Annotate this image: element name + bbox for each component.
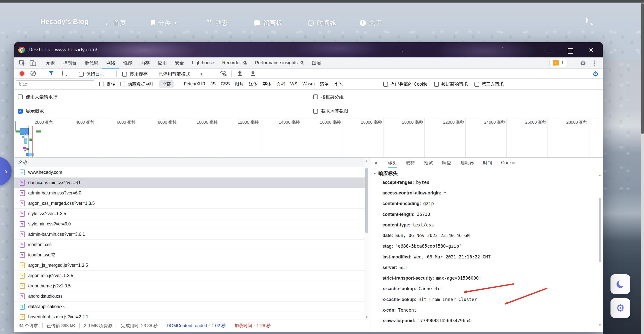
preserve-log-option[interactable]: 保留日志 (79, 71, 104, 77)
table-row-selected[interactable]: ✎dashicons.min.css?ver=6.0 (14, 178, 365, 188)
overview-drag-handle[interactable] (15, 121, 16, 131)
tab-memory[interactable]: 内存 (137, 57, 154, 69)
response-headers-section[interactable]: ▼ 响应标头 (373, 170, 398, 177)
table-row[interactable]: ✎admin-bar.min.css?ver=3.6.1 (14, 229, 365, 240)
request-list-scrollbar[interactable]: ▲ ▼ (365, 158, 369, 320)
filter-input[interactable] (16, 80, 94, 88)
nav-item-home[interactable]: ⌂ 首页 (106, 19, 126, 27)
tab-lighthouse[interactable]: Lighthouse (188, 57, 218, 69)
group-by-frame-option[interactable]: 按框架分组 (313, 94, 344, 100)
third-party-checkbox[interactable] (474, 82, 479, 87)
network-conditions-icon[interactable] (220, 71, 227, 77)
tab-initiator[interactable]: 启动器 (460, 158, 474, 168)
tab-performance[interactable]: 性能 (119, 57, 137, 69)
tab-payload[interactable]: 载荷 (406, 158, 415, 168)
hide-data-urls-checkbox[interactable] (120, 82, 125, 86)
devtools-settings-icon[interactable]: ⚙ (580, 59, 586, 67)
scroll-down-icon[interactable]: ▼ (598, 323, 602, 327)
record-network-log-button[interactable] (20, 71, 24, 76)
nav-item-guestbook[interactable]: 留言板 (254, 19, 282, 27)
issues-badge[interactable]: ! 1 (550, 59, 567, 67)
device-toolbar-icon[interactable] (29, 60, 37, 66)
filter-type-font[interactable]: 字体 (263, 81, 271, 87)
tab-sources[interactable]: 源代码 (81, 57, 102, 69)
kebab-menu-icon[interactable]: ⋮ (592, 59, 598, 66)
big-request-rows-checkbox[interactable] (18, 94, 23, 99)
nav-item-categories[interactable]: 分类 ▼ (151, 19, 177, 27)
filter-type-all[interactable]: 全部 (159, 80, 174, 88)
network-overview-timeline[interactable]: 2000 毫秒 4000 毫秒 6000 毫秒 8000 毫秒 10000 毫秒… (14, 118, 603, 158)
tab-recorder[interactable]: Recorder⚗ (218, 57, 251, 69)
dark-mode-button[interactable] (610, 274, 630, 294)
tab-elements[interactable]: 元素 (42, 57, 59, 69)
network-settings-gear-icon[interactable]: ⚙ (593, 70, 599, 78)
window-titlebar[interactable]: DevTools - www.hecady.com/ × (14, 42, 603, 57)
table-row[interactable]: ✎style.css?ver=1.3.5 (14, 209, 365, 219)
tab-response[interactable]: 响应 (442, 158, 451, 168)
tab-network[interactable]: 网络 (102, 57, 119, 69)
scrollbar-thumb[interactable] (365, 168, 368, 233)
filter-type-wasm[interactable]: Wasm (302, 81, 315, 87)
table-row[interactable]: ≡www.hecady.com (14, 167, 365, 178)
table-row[interactable]: •hoverintent-js.min.js?ver=2.2.1 (14, 312, 365, 320)
filter-type-ws[interactable]: WS (290, 81, 297, 87)
preserve-log-checkbox[interactable] (79, 72, 84, 77)
close-details-icon[interactable]: × (374, 160, 378, 166)
table-row[interactable]: ✎iconfont.woff2 (14, 250, 365, 260)
filter-type-doc[interactable]: 文档 (276, 81, 285, 87)
site-settings-button[interactable]: ⚙ (610, 298, 630, 318)
minimize-button[interactable] (546, 52, 553, 52)
throttling-select[interactable]: 已停用节流模式 ▼ (158, 71, 203, 77)
group-by-frame-checkbox[interactable] (313, 94, 318, 99)
disable-cache-checkbox[interactable] (122, 72, 127, 77)
filter-type-img[interactable]: 图片 (235, 81, 244, 87)
table-row[interactable]: ✎argon_css_merged.css?ver=1.3.5 (14, 198, 365, 209)
export-har-icon[interactable] (250, 71, 256, 77)
invert-checkbox[interactable] (99, 82, 104, 86)
invert-filter-option[interactable]: 反转 (99, 81, 115, 87)
hide-data-urls-option[interactable]: 隐藏数据网址 (120, 81, 154, 87)
blocked-cookies-checkbox[interactable] (383, 82, 388, 87)
blocked-requests-checkbox[interactable] (434, 82, 439, 87)
nav-item-about[interactable]: ! 关于 (360, 19, 381, 27)
scrollbar-thumb[interactable] (599, 198, 601, 262)
filter-type-css[interactable]: CSS (221, 81, 230, 87)
tab-performance-insights[interactable]: Performance insights⚗ (251, 57, 308, 69)
tab-security[interactable]: 安全 (171, 57, 188, 69)
capture-screenshots-option[interactable]: 截取屏幕截图 (313, 108, 348, 114)
inspect-element-icon[interactable] (19, 60, 25, 66)
site-search-button[interactable] (586, 18, 594, 26)
filter-type-media[interactable]: 媒体 (249, 81, 257, 87)
nav-item-moments[interactable]: “ 动态 (207, 19, 228, 27)
clear-network-log-icon[interactable] (30, 71, 36, 76)
table-row[interactable]: ✎iconfont.css (14, 240, 365, 250)
tab-layers[interactable]: 图层 (308, 57, 325, 69)
scroll-down-icon[interactable]: ▼ (365, 315, 369, 319)
disable-cache-option[interactable]: 停用缓存 (122, 71, 148, 77)
table-row[interactable]: •argon.min.js?ver=1.3.5 (14, 271, 365, 281)
third-party-option[interactable]: 第三方请求 (474, 81, 504, 87)
tab-application[interactable]: 应用 (154, 57, 171, 69)
nav-item-timeline[interactable]: 时间线 (308, 19, 336, 27)
tab-console[interactable]: 控制台 (59, 57, 81, 69)
tab-timing[interactable]: 时间 (483, 158, 492, 168)
details-scrollbar[interactable]: ▲ ▼ (598, 169, 602, 330)
filter-type-fetch-xhr[interactable]: Fetch/XHR (184, 81, 206, 87)
capture-screenshots-checkbox[interactable] (313, 109, 318, 114)
blocked-requests-option[interactable]: 被屏蔽的请求 (434, 81, 468, 87)
tab-cookies[interactable]: Cookie (501, 158, 515, 168)
table-row[interactable]: Tdata:application/x-... (14, 302, 365, 312)
show-overview-checkbox[interactable] (18, 109, 23, 114)
filter-type-other[interactable]: 其他 (334, 81, 342, 87)
blocked-cookies-option[interactable]: 有已拦截的 Cookie (383, 81, 428, 87)
table-row[interactable]: •argon_js_merged.js?ver=1.3.5 (14, 260, 365, 271)
import-har-icon[interactable] (237, 71, 243, 77)
filter-type-manifest[interactable]: 清单 (320, 81, 329, 87)
table-row[interactable]: ✎admin-bar.min.css?ver=6.0 (14, 188, 365, 198)
scroll-up-icon[interactable]: ▲ (598, 173, 602, 177)
filter-type-js[interactable]: JS (211, 81, 216, 87)
table-row[interactable]: ✎androidstudio.css (14, 291, 365, 302)
maximize-button[interactable] (568, 48, 573, 54)
close-window-button[interactable]: × (589, 46, 594, 54)
site-brand[interactable]: Hecady's Blog (40, 18, 89, 26)
